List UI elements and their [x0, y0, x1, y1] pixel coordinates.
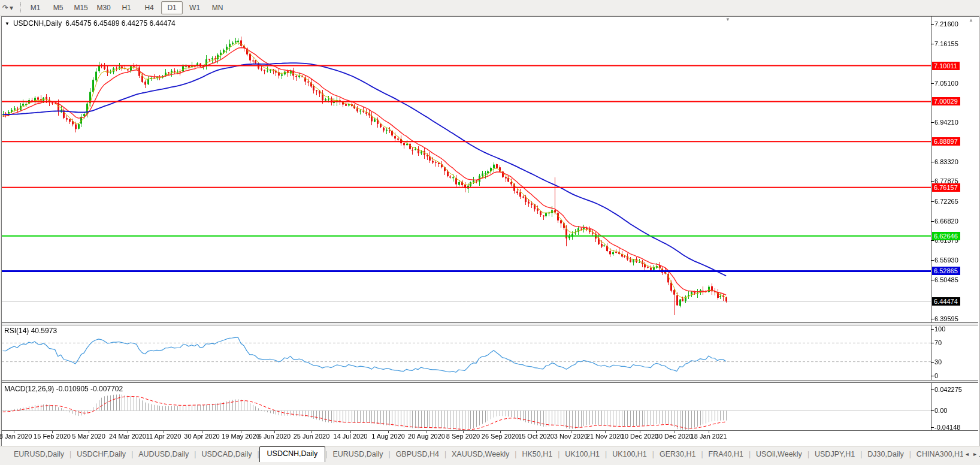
price-tick-label: 6.72265: [934, 198, 958, 205]
date-tick-label: 24 Mar 2020: [109, 433, 146, 440]
date-tick-label: 30 Dec 2020: [655, 433, 692, 440]
date-tick-label: 19 May 2020: [222, 433, 260, 440]
date-tick-label: 14 Jul 2020: [334, 433, 368, 440]
tab-scroll-left-icon[interactable]: ◂: [966, 451, 969, 457]
price-tick-label: 6.83320: [934, 158, 958, 165]
tab-usdchf-daily[interactable]: USDCHF,Daily: [71, 448, 131, 462]
chart-shift-marker-icon[interactable]: ▼: [725, 17, 730, 22]
price-level-label: 6.88897: [932, 137, 960, 146]
macd-panel-label: MACD(12,26,9) -0.010905 -0.007702: [4, 385, 123, 393]
tab-usoil-weekly[interactable]: USOil,Weekly: [751, 448, 807, 462]
rsi-splitter[interactable]: [2, 322, 978, 325]
price-level-label: 6.44474: [932, 297, 960, 306]
price-tick-label: 6.50485: [934, 276, 958, 283]
tab-china300-h1[interactable]: CHINA300,H1: [911, 448, 969, 462]
price-tick-label: 0: [934, 372, 938, 379]
price-tick-label: 70: [934, 339, 942, 346]
tab-fra40-h1[interactable]: FRA40,H1: [703, 448, 749, 462]
tab-eurusd-daily[interactable]: EURUSD,Daily: [327, 448, 388, 462]
date-tick-label: 11 Apr 2020: [146, 433, 182, 440]
tab-usdcad-daily[interactable]: USDCAD,Daily: [196, 448, 257, 462]
price-level-label: 6.62646: [932, 232, 960, 240]
tab-dj30-daily[interactable]: DJ30,Daily: [862, 448, 909, 462]
price-tick-label: 6.66820: [934, 218, 958, 225]
date-tick-label: 10 Dec 2020: [621, 433, 658, 440]
price-level-label: 7.00029: [932, 97, 960, 105]
quote-panel-arrow-icon[interactable]: ▼: [5, 21, 10, 26]
price-tick-label: 0.042275: [934, 386, 962, 393]
price-tick-label: 7.05100: [934, 80, 958, 87]
price-level-label: 7.10011: [932, 62, 960, 70]
date-tick-label: 8 Sep 2020: [446, 433, 480, 440]
date-tick-label: 25 Jun 2020: [294, 433, 330, 440]
macd-splitter[interactable]: [2, 380, 978, 383]
date-tick-label: 28 Jan 2020: [0, 433, 32, 440]
tab-ger30-h1[interactable]: GER30,H1: [654, 448, 701, 462]
rsi-panel-label: RSI(14) 40.5973: [4, 327, 57, 335]
price-tick-label: 7.16155: [934, 40, 958, 47]
date-tick-label: 1 Aug 2020: [371, 433, 405, 440]
tab-usdjpy-h1[interactable]: USDJPY,H1: [809, 448, 860, 462]
tab-uk100-h1[interactable]: UK100,H1: [559, 448, 605, 462]
chart-symbol-label: USDCNH,Daily: [13, 19, 62, 28]
chart-ohlc-quote: 6.45475 6.45489 6.44275 6.44474: [65, 19, 176, 28]
price-tick-label: 7.21600: [934, 20, 958, 28]
tab-xauusd-weekly[interactable]: XAUUSD,Weekly: [446, 448, 515, 462]
tab-eurusd-daily[interactable]: EURUSD,Daily: [8, 448, 69, 462]
chart-tab-bar: EURUSD,Daily|USDCHF,Daily|AUDUSD,Daily|U…: [0, 446, 980, 462]
price-tick-label: 6.55930: [934, 256, 958, 264]
price-level-label: 6.52865: [932, 267, 960, 275]
date-tick-label: 6 Jun 2020: [258, 433, 291, 440]
price-tick-label: 100: [934, 325, 945, 333]
date-tick-label: 15 Oct 2020: [518, 433, 554, 440]
date-tick-label: 30 Apr 2020: [184, 433, 219, 440]
date-tick-label: 3 Nov 2020: [554, 433, 588, 440]
tab-audusd-daily[interactable]: AUDUSD,Daily: [133, 448, 194, 462]
date-tick-label: 20 Aug 2020: [408, 433, 445, 440]
tab-scroll-right-icon[interactable]: ▸: [973, 451, 976, 457]
tab-gbpusd-h4[interactable]: GBPUSD,H4: [391, 448, 444, 462]
date-tick-label: 5 Mar 2020: [72, 433, 105, 440]
date-tick-label: 18 Jan 2021: [691, 433, 727, 440]
tab-hk50-h1[interactable]: HK50,H1: [516, 448, 558, 462]
price-level-label: 6.76157: [932, 183, 960, 192]
price-tick-label: -0.04148: [934, 424, 960, 431]
price-tick-label: 6.39595: [934, 315, 958, 322]
tab-uk100-h1[interactable]: UK100,H1: [607, 448, 652, 462]
date-tick-label: 21 Nov 2020: [586, 433, 624, 440]
chart-title: ▼ USDCNH,Daily 6.45475 6.45489 6.44275 6…: [5, 19, 176, 28]
date-tick-label: 15 Feb 2020: [34, 433, 71, 440]
chart-canvas[interactable]: [0, 0, 980, 465]
date-tick-label: 26 Sep 2020: [482, 433, 519, 440]
price-tick-label: 6.94210: [934, 119, 958, 126]
price-tick-label: 0.00: [934, 407, 947, 414]
tab-usdcnh-daily[interactable]: USDCNH,Daily: [259, 446, 326, 462]
price-tick-label: 30: [934, 358, 942, 366]
tab-scroll-controls: ◂ ▸: [963, 449, 979, 458]
